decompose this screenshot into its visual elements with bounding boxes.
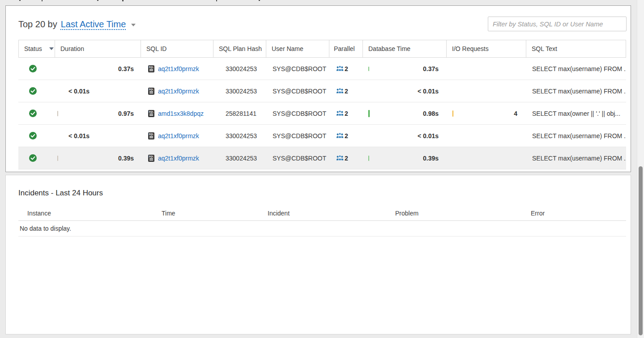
user-name-value: SYS@CDB$ROOT [273, 88, 326, 95]
incidents-panel: Incidents - Last 24 Hours Instance Time … [5, 175, 631, 334]
duration-bar [57, 111, 58, 116]
column-header-error: Error [531, 210, 545, 217]
table-row[interactable]: 0.97s SQL amd1sx3k8dpqz 258281141 SYS@CD… [18, 102, 626, 125]
column-header-duration[interactable]: Duration [55, 40, 141, 57]
parallel-group-icon [336, 65, 344, 72]
status-success-icon [29, 110, 37, 117]
parallel-value: 2 [345, 88, 348, 95]
sql-id-link[interactable]: aq2t1xf0prmzk [158, 155, 199, 162]
parallel-group-icon [336, 155, 344, 161]
sort-criteria-link[interactable]: Last Active Time [61, 19, 126, 29]
monitored-sql-panel: Top 20 byLast Active Time Status Duratio… [5, 5, 631, 172]
column-header-time: Time [162, 210, 175, 217]
column-header-sql-id[interactable]: SQL ID [141, 40, 213, 57]
parallel-value: 2 [345, 65, 348, 72]
sql-table-body: 0.37s SQL aq2t1xf0prmzk 330024253 SYS@CD… [18, 58, 626, 169]
column-header-problem: Problem [395, 210, 418, 217]
io-bar [452, 110, 453, 117]
sql-document-icon: SQL [148, 132, 154, 139]
parallel-value: 2 [345, 132, 348, 139]
column-header-instance: Instance [27, 210, 51, 217]
no-data-message: No data to display. [18, 221, 626, 237]
sql-text-value: SELECT max(username) FROM ... [532, 65, 626, 72]
top20-title-prefix: Top 20 by [18, 19, 57, 29]
parallel-value: 2 [345, 155, 348, 162]
column-header-incident: Incident [268, 210, 290, 217]
sql-document-icon: SQL [148, 155, 154, 162]
incidents-table-header: Instance Time Incident Problem Error [18, 207, 626, 221]
db-time-value: 0.37s [423, 65, 439, 72]
vertical-scrollbar-thumb[interactable] [639, 166, 643, 335]
parallel-group-icon [336, 110, 344, 117]
incidents-title: Incidents - Last 24 Hours [18, 189, 103, 198]
table-row[interactable]: < 0.01s SQL aq2t1xf0prmzk 330024253 SYS@… [18, 80, 626, 102]
db-time-value: 0.98s [423, 110, 439, 117]
io-requests-value: 4 [514, 110, 517, 117]
parallel-value: 2 [345, 110, 348, 117]
db-time-value: 0.39s [423, 155, 439, 162]
table-row[interactable]: 0.37s SQL aq2t1xf0prmzk 330024253 SYS@CD… [18, 58, 626, 80]
duration-value: < 0.01s [68, 88, 90, 95]
column-header-plan-hash[interactable]: SQL Plan Hash [213, 40, 266, 57]
sql-id-link[interactable]: amd1sx3k8dpqz [158, 110, 204, 117]
filter-input[interactable] [488, 17, 627, 31]
table-row[interactable]: < 0.01s SQL aq2t1xf0prmzk 330024253 SYS@… [18, 125, 626, 147]
sql-text-value: SELECT max(username) FROM ... [532, 88, 626, 95]
parallel-group-icon [336, 88, 344, 94]
sql-text-value: SELECT max(username) FROM ... [532, 132, 626, 139]
plan-hash-value: 330024253 [226, 155, 257, 162]
column-header-status[interactable]: Status [18, 40, 55, 57]
status-success-icon [29, 154, 37, 162]
plan-hash-value: 330024253 [226, 88, 257, 95]
sql-document-icon: SQL [148, 110, 154, 117]
sql-document-icon: SQL [148, 65, 154, 72]
db-time-value: < 0.01s [418, 132, 439, 139]
sql-document-icon: SQL [148, 88, 154, 95]
sql-id-link[interactable]: aq2t1xf0prmzk [158, 132, 199, 139]
parallel-group-icon [336, 132, 344, 139]
column-header-sql-text[interactable]: SQL Text [526, 40, 626, 57]
db-time-value: < 0.01s [418, 88, 439, 95]
sort-desc-icon [49, 47, 54, 50]
sql-text-value: SELECT max(owner || '.' || obj... [532, 110, 620, 117]
user-name-value: SYS@CDB$ROOT [273, 132, 326, 139]
duration-bar [57, 156, 58, 161]
vertical-scrollbar-track[interactable] [637, 0, 644, 338]
db-time-bar [368, 110, 370, 117]
top20-title: Top 20 byLast Active Time [18, 19, 136, 30]
column-header-parallel[interactable]: Parallel [329, 40, 363, 57]
status-success-icon [29, 87, 37, 95]
table-row[interactable]: 0.39s SQL aq2t1xf0prmzk 330024253 SYS@CD… [18, 147, 626, 169]
user-name-value: SYS@CDB$ROOT [273, 65, 326, 72]
user-name-value: SYS@CDB$ROOT [273, 110, 326, 117]
status-success-icon [29, 132, 37, 139]
duration-value: 0.37s [118, 65, 134, 72]
column-header-database-time[interactable]: Database Time [363, 40, 447, 57]
plan-hash-value: 330024253 [226, 132, 257, 139]
plan-hash-value: 330024253 [226, 65, 257, 72]
db-time-bar [368, 156, 369, 161]
duration-value: 0.97s [118, 110, 134, 117]
sql-table-header: Status Duration SQL ID SQL Plan Hash Use… [18, 40, 626, 58]
column-header-io-requests[interactable]: I/O Requests [447, 40, 526, 57]
user-name-value: SYS@CDB$ROOT [273, 155, 326, 162]
column-header-user-name[interactable]: User Name [266, 40, 329, 57]
status-success-icon [29, 65, 37, 72]
monitored-sql-table: Status Duration SQL ID SQL Plan Hash Use… [18, 40, 626, 169]
sql-text-value: SELECT max(username) FROM ... [532, 155, 626, 162]
sql-id-link[interactable]: aq2t1xf0prmzk [158, 65, 199, 72]
duration-value: 0.39s [118, 155, 134, 162]
duration-value: < 0.01s [68, 132, 90, 139]
plan-hash-value: 258281141 [226, 110, 256, 117]
chevron-down-icon [131, 24, 136, 26]
db-time-bar [368, 67, 369, 71]
sql-id-link[interactable]: aq2t1xf0prmzk [158, 88, 199, 95]
